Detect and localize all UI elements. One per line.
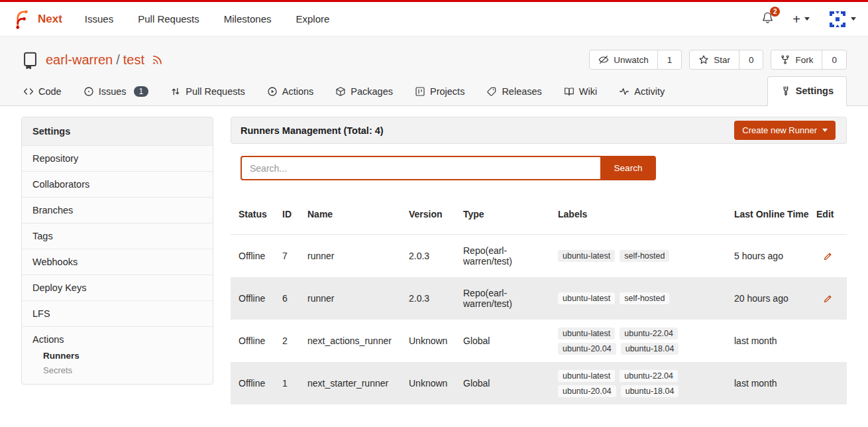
package-icon — [335, 86, 346, 97]
col-status: Status — [239, 209, 282, 219]
repo-tabs: Code Issues 1 Pull Requests Actions Pack… — [21, 76, 847, 106]
avatar — [828, 10, 847, 29]
runner-search: Search — [241, 156, 656, 180]
runner-id: 6 — [282, 293, 307, 304]
brand-name: Next — [38, 13, 62, 26]
fork-count[interactable]: 0 — [822, 50, 846, 69]
runner-status: Offline — [239, 378, 282, 389]
create-new-dropdown[interactable]: + — [792, 13, 810, 26]
star-button[interactable]: Star 0 — [689, 50, 763, 70]
issues-count-badge: 1 — [134, 86, 149, 97]
runner-name: runner — [307, 293, 409, 304]
label-chip: ubuntu-22.04 — [620, 328, 678, 339]
sidebar-item-repository[interactable]: Repository — [22, 145, 213, 171]
notification-count-badge: 2 — [770, 7, 780, 17]
tab-settings[interactable]: Settings — [767, 76, 847, 106]
sidebar-item-actions[interactable]: Actions — [32, 334, 202, 345]
tab-activity[interactable]: Activity — [617, 78, 667, 106]
repo-breadcrumb: earl-warren / test — [46, 52, 163, 68]
navbar-right: 2 + — [761, 10, 856, 29]
col-id: ID — [282, 209, 307, 219]
runner-version: 2.0.3 — [409, 251, 463, 261]
sidebar-item-lfs[interactable]: LFS — [22, 300, 213, 326]
label-chip: ubuntu-22.04 — [620, 370, 678, 382]
runner-name: next_starter_runner — [307, 378, 409, 389]
tab-issues[interactable]: Issues 1 — [81, 78, 151, 106]
create-runner-button[interactable]: Create new Runner — [734, 121, 836, 140]
book-icon — [564, 86, 574, 97]
tab-packages[interactable]: Packages — [333, 78, 395, 106]
chevron-down-icon — [851, 17, 856, 21]
col-type: Type — [463, 209, 558, 219]
nav-link-milestones[interactable]: Milestones — [224, 13, 272, 25]
sidebar-item-tags[interactable]: Tags — [22, 223, 213, 249]
runner-type: Repo(earl-warren/test) — [463, 245, 558, 267]
chevron-down-icon — [804, 17, 810, 21]
search-button[interactable]: Search — [600, 156, 656, 180]
tab-label: Releases — [502, 86, 541, 97]
navbar: Next Issues Pull Requests Milestones Exp… — [0, 2, 868, 36]
star-label: Star — [714, 55, 730, 65]
tab-label: Packages — [351, 86, 393, 97]
pencil-icon — [823, 251, 833, 261]
sidebar-subitem-secrets[interactable]: Secrets — [43, 365, 202, 375]
runner-type: Repo(earl-warren/test) — [463, 288, 558, 309]
sidebar-item-branches[interactable]: Branches — [22, 197, 213, 223]
fork-button[interactable]: Fork 0 — [771, 50, 847, 70]
forgejo-logo-icon — [12, 9, 32, 29]
wrench-icon — [781, 86, 791, 96]
col-name: Name — [307, 209, 409, 219]
label-chip: ubuntu-latest — [558, 328, 615, 339]
sidebar-group-actions: Actions Runners Secrets — [22, 326, 213, 384]
tab-code[interactable]: Code — [21, 78, 64, 106]
content-area: Settings Repository Collaborators Branch… — [0, 106, 868, 404]
tab-pull-requests[interactable]: Pull Requests — [168, 78, 246, 106]
pulse-icon — [619, 86, 629, 97]
nav-link-issues[interactable]: Issues — [85, 13, 113, 25]
runner-name: runner — [307, 251, 409, 261]
tab-actions[interactable]: Actions — [265, 78, 316, 106]
unwatch-button[interactable]: Unwatch 1 — [589, 50, 682, 70]
sidebar-item-collaborators[interactable]: Collaborators — [22, 171, 213, 197]
sidebar-item-deploy-keys[interactable]: Deploy Keys — [22, 274, 213, 300]
runner-status: Offline — [239, 293, 282, 304]
nav-link-pull-requests[interactable]: Pull Requests — [138, 13, 199, 25]
create-runner-label: Create new Runner — [742, 125, 817, 135]
label-chip: self-hosted — [620, 292, 669, 304]
runner-name: next_actions_runner — [307, 336, 409, 346]
rss-icon[interactable] — [151, 54, 163, 66]
tab-releases[interactable]: Releases — [484, 78, 543, 106]
nav-link-explore[interactable]: Explore — [296, 13, 329, 25]
label-chip: ubuntu-18.04 — [621, 343, 679, 355]
user-menu-dropdown[interactable] — [828, 10, 856, 29]
runner-version: Unknown — [409, 378, 463, 389]
col-labels: Labels — [558, 209, 734, 219]
watch-count[interactable]: 1 — [657, 50, 682, 69]
edit-runner-button[interactable] — [823, 251, 833, 261]
tab-label: Activity — [634, 86, 665, 97]
repo-name-link[interactable]: test — [123, 52, 144, 68]
sidebar-subitem-runners[interactable]: Runners — [43, 351, 202, 361]
sidebar-item-webhooks[interactable]: Webhooks — [22, 249, 213, 274]
label-chip: self-hosted — [620, 250, 669, 262]
search-input[interactable] — [241, 156, 600, 180]
table-row: Offline 7 runner 2.0.3 Repo(earl-warren/… — [231, 235, 847, 277]
label-chip: ubuntu-latest — [558, 250, 615, 262]
home-brand-link[interactable]: Next — [12, 9, 62, 29]
runner-last-online: 20 hours ago — [734, 293, 816, 304]
runner-id: 7 — [282, 251, 307, 261]
plus-icon: + — [792, 13, 800, 26]
panel-title: Runners Management (Total: 4) — [241, 125, 384, 136]
notifications-button[interactable]: 2 — [761, 11, 774, 27]
runner-last-online: 5 hours ago — [734, 251, 816, 261]
pencil-icon — [823, 294, 833, 304]
runner-labels: ubuntu-latest ubuntu-22.04 ubuntu-20.04 … — [558, 370, 680, 397]
repo-header: earl-warren / test Unwatch 1 — [0, 36, 868, 106]
star-count[interactable]: 0 — [739, 50, 763, 69]
edit-runner-button[interactable] — [823, 294, 833, 304]
runner-last-online: last month — [734, 378, 816, 389]
tab-wiki[interactable]: Wiki — [562, 78, 599, 106]
repo-owner-link[interactable]: earl-warren — [46, 52, 113, 68]
fork-label: Fork — [795, 55, 813, 65]
tab-projects[interactable]: Projects — [413, 78, 466, 106]
